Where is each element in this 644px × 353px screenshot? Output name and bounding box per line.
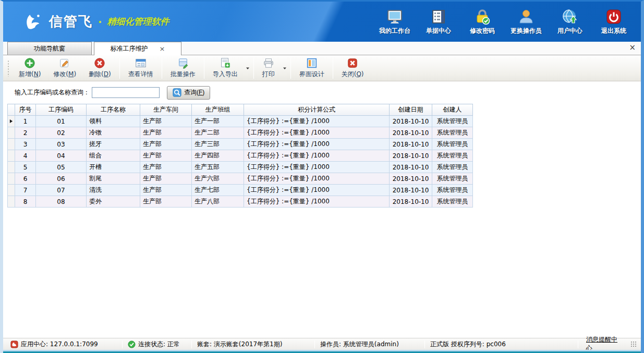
table-cell[interactable]: 2018-10-10 — [390, 139, 432, 150]
table-cell[interactable]: 领料 — [87, 116, 140, 127]
table-row[interactable]: 101领料生产部生产一部{工序得分} :={重量} /10002018-10-1… — [8, 116, 473, 127]
row-selector-cell[interactable] — [8, 139, 15, 150]
table-cell[interactable]: {工序得分} :={重量} /1000 — [244, 150, 390, 162]
tab-standard-process[interactable]: 标准工序维护× — [94, 42, 181, 55]
column-header[interactable]: 序号 — [15, 104, 36, 116]
table-cell[interactable]: 生产四部 — [192, 150, 244, 162]
table-cell[interactable]: 生产部 — [140, 116, 192, 127]
table-cell[interactable]: 系统管理员 — [432, 185, 473, 196]
header-nav-switch-operator[interactable]: 更换操作员 — [507, 7, 545, 36]
table-cell[interactable]: 生产部 — [140, 196, 192, 208]
table-cell[interactable]: {工序得分} :={重量} /1000 — [244, 173, 390, 185]
table-cell[interactable]: {工序得分} :={重量} /1000 — [244, 116, 390, 127]
ui-design-button[interactable]: 界面设计 — [293, 55, 331, 81]
import-export-button[interactable]: 导入导出 — [206, 55, 244, 81]
table-cell[interactable]: 4 — [15, 150, 36, 162]
table-cell[interactable]: {工序得分} :={重量} /1000 — [244, 127, 390, 139]
table-cell[interactable]: 清洗 — [87, 185, 140, 196]
import-export-dropdown-arrow[interactable] — [244, 58, 251, 79]
header-nav-user-center[interactable]: 用户中心 — [551, 7, 589, 36]
row-selector-cell[interactable] — [8, 185, 15, 196]
table-cell[interactable]: 2018-10-10 — [390, 127, 432, 139]
table-cell[interactable]: 2018-10-10 — [390, 150, 432, 162]
table-cell[interactable]: 生产部 — [140, 127, 192, 139]
table-cell[interactable]: 02 — [36, 127, 87, 139]
print-dropdown-arrow[interactable] — [281, 58, 288, 79]
table-cell[interactable]: {工序得分} :={重量} /1000 — [244, 185, 390, 196]
row-selector-cell[interactable] — [8, 196, 15, 208]
table-cell[interactable]: 生产部 — [140, 139, 192, 150]
table-row[interactable]: 707清洗生产部生产七部{工序得分} :={重量} /10002018-10-1… — [8, 185, 473, 196]
tab-close-icon[interactable]: × — [160, 45, 165, 52]
table-row[interactable]: 202冷镦生产部生产二部{工序得分} :={重量} /10002018-10-1… — [8, 127, 473, 139]
row-selector-cell[interactable] — [8, 127, 15, 139]
table-row[interactable]: 404组合生产部生产四部{工序得分} :={重量} /10002018-10-1… — [8, 150, 473, 162]
row-selector-cell[interactable] — [8, 150, 15, 162]
search-button[interactable]: 查询(F) — [167, 86, 210, 100]
table-cell[interactable]: 系统管理员 — [432, 150, 473, 162]
tab-function-nav[interactable]: 功能导航窗 — [7, 42, 92, 55]
header-nav-change-password[interactable]: 修改密码 — [464, 7, 501, 36]
add-button[interactable]: 新增(N) — [13, 55, 47, 81]
table-cell[interactable]: 系统管理员 — [432, 173, 473, 185]
table-cell[interactable]: 组合 — [87, 150, 140, 162]
current-row-indicator-icon[interactable] — [8, 116, 15, 127]
table-cell[interactable]: 05 — [36, 162, 87, 173]
column-header[interactable]: 工序编码 — [36, 104, 87, 116]
column-header[interactable]: 生产班组 — [192, 104, 244, 116]
table-cell[interactable]: 08 — [36, 196, 87, 208]
table-cell[interactable]: 生产部 — [140, 150, 192, 162]
table-cell[interactable]: 冷镦 — [87, 127, 140, 139]
header-nav-doc-center[interactable]: 单据中心 — [420, 7, 457, 36]
table-cell[interactable]: 2018-10-10 — [390, 173, 432, 185]
table-cell[interactable]: 3 — [15, 139, 36, 150]
delete-button[interactable]: 删除(D) — [82, 55, 117, 81]
table-cell[interactable]: 6 — [15, 173, 36, 185]
table-cell[interactable]: 委外 — [87, 196, 140, 208]
table-cell[interactable]: 搓牙 — [87, 139, 140, 150]
toolbar-drag-handle[interactable] — [7, 60, 9, 77]
table-cell[interactable]: 2 — [15, 127, 36, 139]
table-row[interactable]: 808委外生产部生产八部{工序得分} :={重量} /10002018-10-1… — [8, 196, 473, 208]
table-cell[interactable]: 生产五部 — [192, 162, 244, 173]
row-selector-cell[interactable] — [8, 162, 15, 173]
table-cell[interactable]: 系统管理员 — [432, 162, 473, 173]
table-cell[interactable]: 系统管理员 — [432, 127, 473, 139]
table-cell[interactable]: {工序得分} :={重量} /1000 — [244, 162, 390, 173]
column-header[interactable]: 工序名称 — [87, 104, 140, 116]
column-header[interactable]: 积分计算公式 — [244, 104, 390, 116]
table-cell[interactable]: 开槽 — [87, 162, 140, 173]
table-row[interactable]: 303搓牙生产部生产三部{工序得分} :={重量} /10002018-10-1… — [8, 139, 473, 150]
table-cell[interactable]: {工序得分} :={重量} /1000 — [244, 196, 390, 208]
table-cell[interactable]: 生产部 — [140, 185, 192, 196]
print-button[interactable]: 打印 — [256, 55, 281, 81]
table-cell[interactable]: 8 — [15, 196, 36, 208]
table-cell[interactable]: 2018-10-10 — [390, 185, 432, 196]
row-selector-cell[interactable] — [8, 173, 15, 185]
edit-button[interactable]: 修改(M) — [47, 55, 82, 81]
table-cell[interactable]: 生产部 — [140, 162, 192, 173]
header-nav-my-workspace[interactable]: 我的工作台 — [376, 7, 414, 36]
column-header[interactable]: 创建日期 — [390, 104, 432, 116]
table-cell[interactable]: 07 — [36, 185, 87, 196]
table-cell[interactable]: 生产三部 — [192, 139, 244, 150]
table-cell[interactable]: 2018-10-10 — [390, 116, 432, 127]
table-cell[interactable]: 04 — [36, 150, 87, 162]
table-cell[interactable]: 系统管理员 — [432, 116, 473, 127]
search-input[interactable] — [92, 87, 160, 98]
batch-ops-button[interactable]: 批量操作 — [164, 55, 202, 81]
resize-grip[interactable] — [630, 341, 637, 347]
column-header[interactable]: 生产车间 — [140, 104, 192, 116]
table-cell[interactable]: 03 — [36, 139, 87, 150]
view-details-button[interactable]: 查看详情 — [122, 55, 160, 81]
table-cell[interactable]: {工序得分} :={重量} /1000 — [244, 139, 390, 150]
table-cell[interactable]: 生产一部 — [192, 116, 244, 127]
table-cell[interactable]: 系统管理员 — [432, 139, 473, 150]
table-cell[interactable]: 生产部 — [140, 173, 192, 185]
table-cell[interactable]: 生产七部 — [192, 185, 244, 196]
table-row[interactable]: 505开槽生产部生产五部{工序得分} :={重量} /10002018-10-1… — [8, 162, 473, 173]
table-cell[interactable]: 系统管理员 — [432, 196, 473, 208]
table-cell[interactable]: 2018-10-10 — [390, 162, 432, 173]
column-header[interactable]: 创建人 — [432, 104, 473, 116]
table-cell[interactable]: 割尾 — [87, 173, 140, 185]
